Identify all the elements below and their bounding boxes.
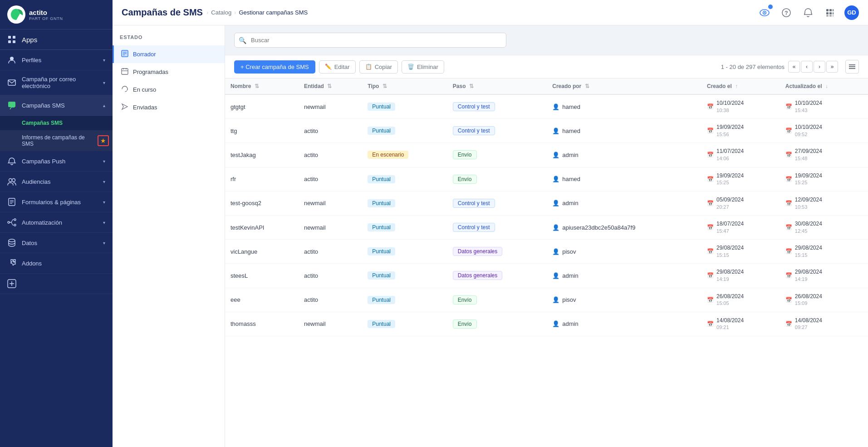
col-nombre[interactable]: Nombre ⇅ bbox=[225, 79, 299, 94]
cell-actualizado-el: 📅 30/08/2024 12:45 bbox=[780, 215, 868, 239]
notifications-button[interactable] bbox=[801, 5, 815, 20]
table-row[interactable]: testKevinAPI newmail Puntual Control y t… bbox=[225, 215, 868, 239]
cell-creado-el: 📅 29/08/2024 14:19 bbox=[701, 264, 780, 288]
sidebar-item-datos[interactable]: Datos ▾ bbox=[0, 233, 113, 253]
copy-button[interactable]: 📋 Copiar bbox=[359, 60, 398, 74]
table-row[interactable]: eee actito Puntual Envío 👤 pisov 📅 26/08… bbox=[225, 288, 868, 312]
cell-paso: Envío bbox=[447, 167, 547, 191]
sidebar-item-perfiles[interactable]: Perfiles ▾ bbox=[0, 50, 113, 70]
prev-page-button[interactable]: ‹ bbox=[801, 61, 813, 73]
campaign-table-wrapper: Nombre ⇅ Entidad ⇅ Tipo ⇅ bbox=[225, 79, 868, 447]
sidebar-item-campanas-sms-link[interactable]: Campañas SMS bbox=[0, 116, 113, 130]
cell-tipo: En escenario bbox=[362, 143, 447, 167]
enviadas-label: Enviadas bbox=[133, 104, 157, 111]
audiencias-label: Audiencias bbox=[22, 178, 98, 185]
help-button[interactable]: ? bbox=[779, 5, 794, 20]
logo[interactable]: actito PART OF GNTN bbox=[0, 0, 113, 29]
user-icon: 👤 bbox=[552, 272, 559, 279]
search-input[interactable] bbox=[234, 33, 506, 48]
perfiles-label: Perfiles bbox=[22, 57, 98, 64]
trash-icon: 🗑️ bbox=[407, 64, 414, 70]
col-tipo-label: Tipo bbox=[368, 83, 379, 89]
edit-button[interactable]: ✏️ Editar bbox=[319, 60, 356, 74]
cell-nombre: test-goosq2 bbox=[225, 191, 299, 215]
actualizado-el-sort-icon: ↓ bbox=[825, 83, 828, 89]
tipo-sort-icon: ⇅ bbox=[383, 83, 387, 89]
table-row[interactable]: thomasss newmail Puntual Envío 👤 admin 📅… bbox=[225, 312, 868, 336]
sidebar-item-addons[interactable]: Addons bbox=[0, 253, 113, 274]
table-row[interactable]: rfr actito Puntual Envío 👤 hamed 📅 19/09… bbox=[225, 167, 868, 191]
create-campaign-button[interactable]: + Crear campaña de SMS bbox=[234, 60, 315, 74]
cell-entidad: newmail bbox=[299, 94, 362, 119]
cell-nombre: eee bbox=[225, 288, 299, 312]
eye-button[interactable] bbox=[757, 5, 772, 20]
sidebar-item-campanas-sms[interactable]: Campañas SMS ▴ bbox=[0, 95, 113, 116]
sidebar-item-add[interactable] bbox=[0, 274, 113, 294]
apps-grid-button[interactable] bbox=[823, 5, 837, 20]
topbar-right: ? bbox=[757, 5, 859, 20]
table-row[interactable]: steesL actito Puntual Datos generales 👤 … bbox=[225, 264, 868, 288]
calendar-icon: 📅 bbox=[707, 152, 714, 158]
last-page-button[interactable]: » bbox=[826, 61, 838, 73]
filter-en-curso[interactable]: En curso bbox=[113, 81, 225, 98]
sidebar-item-campanas-push[interactable]: Campañas Push ▾ bbox=[0, 151, 113, 172]
datos-chevron: ▾ bbox=[103, 241, 105, 246]
cell-tipo: Puntual bbox=[362, 119, 447, 143]
cell-creado-por: 👤 hamed bbox=[547, 94, 701, 119]
table-row[interactable]: testJakag actito En escenario Envío 👤 ad… bbox=[225, 143, 868, 167]
main-panel: 🔍 + Crear campaña de SMS ✏️ Editar 📋 bbox=[225, 25, 868, 447]
page-title: Campañas de SMS bbox=[122, 7, 203, 18]
delete-button[interactable]: 🗑️ Eliminar bbox=[402, 60, 444, 74]
svg-rect-1 bbox=[8, 36, 11, 39]
breadcrumb-catalog[interactable]: Catalog bbox=[211, 9, 231, 16]
list-view-button[interactable] bbox=[845, 60, 859, 74]
doc-icon bbox=[7, 197, 16, 206]
col-tipo[interactable]: Tipo ⇅ bbox=[362, 79, 447, 94]
col-entidad[interactable]: Entidad ⇅ bbox=[299, 79, 362, 94]
entidad-sort-icon: ⇅ bbox=[327, 83, 332, 89]
calendar-updated-icon: 📅 bbox=[785, 200, 792, 206]
cell-entidad: newmail bbox=[299, 312, 362, 336]
cell-paso: Envío bbox=[447, 143, 547, 167]
sidebar-item-audiencias[interactable]: Audiencias ▾ bbox=[0, 172, 113, 192]
campanas-push-label: Campañas Push bbox=[22, 158, 98, 165]
user-icon: 👤 bbox=[552, 152, 559, 158]
borrador-label: Borrador bbox=[133, 51, 156, 58]
user-avatar[interactable]: GD bbox=[844, 5, 859, 20]
first-page-button[interactable]: « bbox=[788, 61, 800, 73]
filter-borrador[interactable]: Borrador bbox=[113, 45, 225, 63]
calendar-updated-icon: 📅 bbox=[785, 297, 792, 303]
programadas-label: Programadas bbox=[133, 69, 168, 75]
cell-paso: Datos generales bbox=[447, 240, 547, 264]
next-page-button[interactable]: › bbox=[814, 61, 825, 73]
table-row[interactable]: test-goosq2 newmail Puntual Control y te… bbox=[225, 191, 868, 215]
cell-paso: Datos generales bbox=[447, 264, 547, 288]
svg-rect-30 bbox=[829, 12, 832, 15]
en-curso-icon bbox=[121, 85, 128, 94]
user-name: hamed bbox=[562, 103, 580, 110]
col-paso[interactable]: Paso ⇅ bbox=[447, 79, 547, 94]
calendar-icon: 📅 bbox=[707, 128, 714, 134]
topbar-left: Campañas de SMS › Catalog › Gestionar ca… bbox=[122, 7, 308, 18]
create-campaign-label: + Crear campaña de SMS bbox=[240, 64, 309, 70]
filter-programadas[interactable]: Programadas bbox=[113, 63, 225, 81]
users-icon bbox=[7, 177, 16, 186]
table-row[interactable]: gtgtgt newmail Puntual Control y test 👤 … bbox=[225, 94, 868, 119]
sidebar-item-automatizacion[interactable]: Automatización ▾ bbox=[0, 212, 113, 233]
sidebar-item-formularios[interactable]: Formularios & páginas ▾ bbox=[0, 192, 113, 212]
sidebar-item-campana-correo[interactable]: Campaña por correo electrónico ▾ bbox=[0, 70, 113, 95]
sidebar-item-apps[interactable]: Apps bbox=[0, 29, 113, 50]
svg-point-8 bbox=[9, 179, 12, 182]
sidebar-item-informes-sms[interactable]: Informes de campañas de SMS ★ Quitar de … bbox=[0, 130, 113, 151]
cell-entidad: newmail bbox=[299, 191, 362, 215]
edit-icon: ✏️ bbox=[325, 64, 332, 70]
star-button[interactable]: ★ bbox=[98, 135, 109, 146]
col-creado-el[interactable]: Creado el ↑ bbox=[701, 79, 780, 94]
filter-enviadas[interactable]: Enviadas bbox=[113, 98, 225, 116]
col-creado-por[interactable]: Creado por ⇅ bbox=[547, 79, 701, 94]
table-row[interactable]: ttg actito Puntual Control y test 👤 hame… bbox=[225, 119, 868, 143]
table-row[interactable]: vicLangue actito Puntual Datos generales… bbox=[225, 240, 868, 264]
cell-nombre: vicLangue bbox=[225, 240, 299, 264]
col-actualizado-el[interactable]: Actualizado el ↓ bbox=[780, 79, 868, 94]
search-bar: 🔍 bbox=[225, 25, 868, 55]
